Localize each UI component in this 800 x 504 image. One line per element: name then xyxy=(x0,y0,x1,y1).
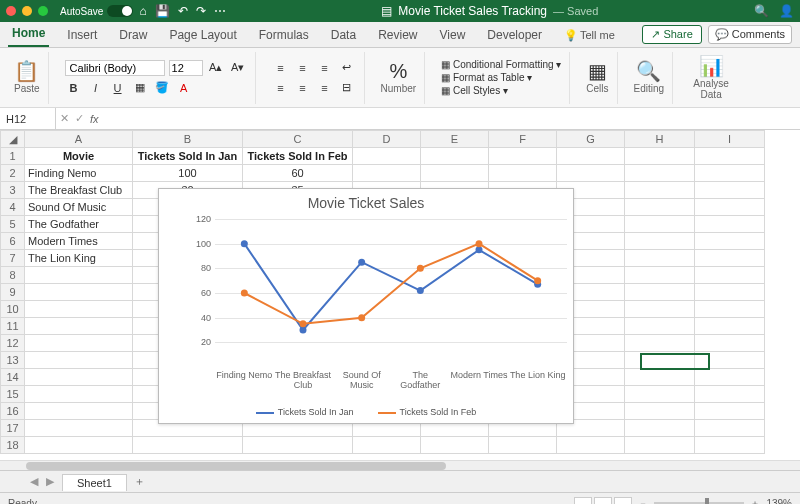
cell[interactable] xyxy=(695,403,765,420)
row-header[interactable]: 3 xyxy=(1,182,25,199)
horizontal-scrollbar[interactable] xyxy=(0,460,800,470)
save-icon[interactable]: 💾 xyxy=(155,4,170,18)
cell[interactable] xyxy=(25,301,133,318)
editing-icon[interactable]: 🔍 xyxy=(636,61,661,81)
redo-icon[interactable]: ↷ xyxy=(196,4,206,18)
cell[interactable] xyxy=(695,199,765,216)
merge-icon[interactable]: ⊟ xyxy=(338,79,356,97)
row-header[interactable]: 18 xyxy=(1,437,25,454)
cell[interactable] xyxy=(625,199,695,216)
col-header[interactable]: G xyxy=(557,131,625,148)
cell[interactable] xyxy=(557,148,625,165)
add-sheet-button[interactable]: ＋ xyxy=(131,473,149,491)
decrease-font-icon[interactable]: A▾ xyxy=(229,59,247,77)
cell[interactable]: Sound Of Music xyxy=(25,199,133,216)
increase-font-icon[interactable]: A▴ xyxy=(207,59,225,77)
cell[interactable] xyxy=(25,352,133,369)
cell[interactable] xyxy=(489,437,557,454)
user-icon[interactable]: 👤 xyxy=(779,4,794,18)
cell[interactable] xyxy=(489,148,557,165)
cell[interactable] xyxy=(695,386,765,403)
select-all-corner[interactable]: ◢ xyxy=(1,131,25,148)
cell[interactable] xyxy=(625,233,695,250)
tab-formulas[interactable]: Formulas xyxy=(255,23,313,47)
share-button[interactable]: ↗ Share xyxy=(642,25,701,44)
cell[interactable] xyxy=(557,165,625,182)
cell-styles-button[interactable]: ▦ Cell Styles ▾ xyxy=(441,85,561,96)
col-header[interactable]: C xyxy=(243,131,353,148)
cell[interactable] xyxy=(625,267,695,284)
align-left-icon[interactable]: ≡ xyxy=(272,79,290,97)
fill-color-button[interactable]: 🪣 xyxy=(153,79,171,97)
format-as-table-button[interactable]: ▦ Format as Table ▾ xyxy=(441,72,561,83)
zoom-level[interactable]: 139% xyxy=(766,498,792,504)
row-header[interactable]: 5 xyxy=(1,216,25,233)
cell[interactable] xyxy=(25,386,133,403)
name-box[interactable]: H12 xyxy=(0,108,56,129)
cell[interactable] xyxy=(25,437,133,454)
view-buttons[interactable] xyxy=(574,497,632,505)
search-icon[interactable]: 🔍 xyxy=(754,4,769,18)
cell[interactable] xyxy=(625,301,695,318)
tab-developer[interactable]: Developer xyxy=(483,23,546,47)
row-header[interactable]: 1 xyxy=(1,148,25,165)
cell[interactable] xyxy=(25,335,133,352)
align-right-icon[interactable]: ≡ xyxy=(316,79,334,97)
window-controls[interactable] xyxy=(6,6,48,16)
cell[interactable] xyxy=(625,420,695,437)
sheet-nav-next-icon[interactable]: ▶ xyxy=(46,475,54,488)
cell[interactable] xyxy=(625,386,695,403)
col-header[interactable]: D xyxy=(353,131,421,148)
col-header[interactable]: F xyxy=(489,131,557,148)
worksheet-grid[interactable]: ◢ A B C D E F G H I 1 Movie Tickets Sold… xyxy=(0,130,800,460)
cell[interactable]: The Godfather xyxy=(25,216,133,233)
zoom-out-button[interactable]: － xyxy=(638,497,648,505)
row-header[interactable]: 11 xyxy=(1,318,25,335)
cell[interactable] xyxy=(695,182,765,199)
row-header[interactable]: 13 xyxy=(1,352,25,369)
paste-icon[interactable]: 📋 xyxy=(14,61,39,81)
cell[interactable] xyxy=(695,216,765,233)
row-header[interactable]: 14 xyxy=(1,369,25,386)
cell[interactable]: Tickets Sold In Feb xyxy=(243,148,353,165)
row-header[interactable]: 15 xyxy=(1,386,25,403)
maximize-window[interactable] xyxy=(38,6,48,16)
row-header[interactable]: 7 xyxy=(1,250,25,267)
cell[interactable] xyxy=(625,182,695,199)
minimize-window[interactable] xyxy=(22,6,32,16)
col-header[interactable]: A xyxy=(25,131,133,148)
cell[interactable]: Finding Nemo xyxy=(25,165,133,182)
col-header[interactable]: E xyxy=(421,131,489,148)
cell[interactable] xyxy=(421,165,489,182)
col-header[interactable]: H xyxy=(625,131,695,148)
chart[interactable]: Movie Ticket Sales 20406080100120 Findin… xyxy=(158,188,574,424)
undo-icon[interactable]: ↶ xyxy=(178,4,188,18)
cell[interactable] xyxy=(625,318,695,335)
cancel-formula-icon[interactable]: ✕ xyxy=(60,112,69,125)
cell[interactable] xyxy=(243,437,353,454)
enter-formula-icon[interactable]: ✓ xyxy=(75,112,84,125)
cell[interactable] xyxy=(625,403,695,420)
cell[interactable] xyxy=(353,148,421,165)
align-bottom-icon[interactable]: ≡ xyxy=(316,59,334,77)
cell[interactable]: 100 xyxy=(133,165,243,182)
cell[interactable] xyxy=(25,284,133,301)
font-name-select[interactable] xyxy=(65,60,165,76)
border-button[interactable]: ▦ xyxy=(131,79,149,97)
cell[interactable] xyxy=(695,165,765,182)
cell[interactable] xyxy=(133,437,243,454)
comments-button[interactable]: 💬 Comments xyxy=(708,25,792,44)
conditional-formatting-button[interactable]: ▦ Conditional Formatting ▾ xyxy=(441,59,561,70)
sheet-tab-1[interactable]: Sheet1 xyxy=(62,474,127,491)
row-header[interactable]: 4 xyxy=(1,199,25,216)
sheet-nav-prev-icon[interactable]: ◀ xyxy=(30,475,38,488)
cell[interactable] xyxy=(695,352,765,369)
home-icon[interactable]: ⌂ xyxy=(139,4,146,18)
tell-me[interactable]: 💡Tell me xyxy=(560,24,619,47)
cell[interactable] xyxy=(353,437,421,454)
row-header[interactable]: 8 xyxy=(1,267,25,284)
autosave-toggle[interactable]: AutoSave xyxy=(60,5,133,17)
close-window[interactable] xyxy=(6,6,16,16)
cell[interactable] xyxy=(421,437,489,454)
cell[interactable] xyxy=(695,335,765,352)
